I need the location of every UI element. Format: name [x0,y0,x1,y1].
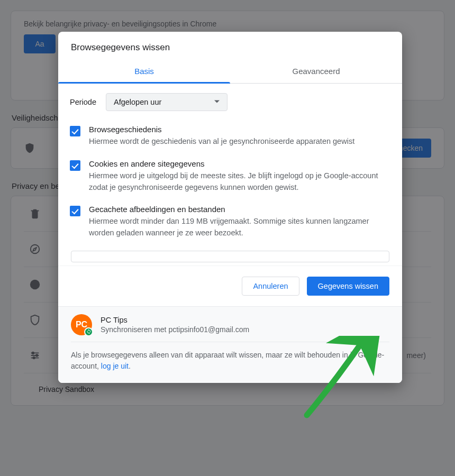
footnote-text-2: . [129,362,131,370]
cancel-button[interactable]: Annuleren [242,277,299,296]
dialog-scroll-area[interactable]: Periode Afgelopen uur Browsegeschiedenis… [58,84,402,266]
avatar: PC [71,314,92,335]
option-cookies[interactable]: Cookies en andere sitegegevens Hiermee w… [70,159,390,194]
checkbox-browsing-history[interactable] [70,126,80,136]
dialog-tabs: Basis Geavanceerd [58,60,402,84]
checkbox-cached-images[interactable] [70,206,80,216]
tab-basic[interactable]: Basis [58,60,230,83]
sync-badge-icon [84,327,93,336]
clear-data-button[interactable]: Gegevens wissen [307,277,389,296]
account-sync-text: Synchroniseren met pctipsinfo01@gmail.co… [101,325,249,334]
period-value: Afgelopen uur [114,98,161,106]
sign-out-link[interactable]: log je uit [101,362,129,370]
account-info-box: PC PC Tips Synchroniseren met pctipsinfo… [58,306,402,383]
period-label: Periode [70,98,96,106]
tab-advanced[interactable]: Geavanceerd [230,60,402,83]
account-name: PC Tips [101,316,249,324]
footnote: Als je browsegegevens alleen van dit app… [71,342,389,372]
option-title: Cookies en andere sitegegevens [89,159,390,168]
option-title: Browsegeschiedenis [89,125,390,134]
option-title: Gecachete afbeeldingen en bestanden [89,205,390,214]
option-browsing-history[interactable]: Browsegeschiedenis Hiermee wordt de gesc… [70,125,390,148]
option-desc: Hiermee wordt minder dan 119 MB vrijgema… [89,216,390,239]
option-cached-images[interactable]: Gecachete afbeeldingen en bestanden Hier… [70,205,390,239]
checkbox-cookies[interactable] [70,160,80,171]
partial-hidden-element [71,251,389,262]
option-desc: Hiermee word je uitgelogd bij de meeste … [89,170,390,194]
option-desc: Hiermee wordt de geschiedenis van al je … [89,136,390,148]
dialog-title: Browsegegevens wissen [58,32,402,60]
clear-browsing-data-dialog: Browsegegevens wissen Basis Geavanceerd … [58,32,402,383]
dialog-actions: Annuleren Gegevens wissen [58,266,402,306]
period-select[interactable]: Afgelopen uur [106,93,228,111]
